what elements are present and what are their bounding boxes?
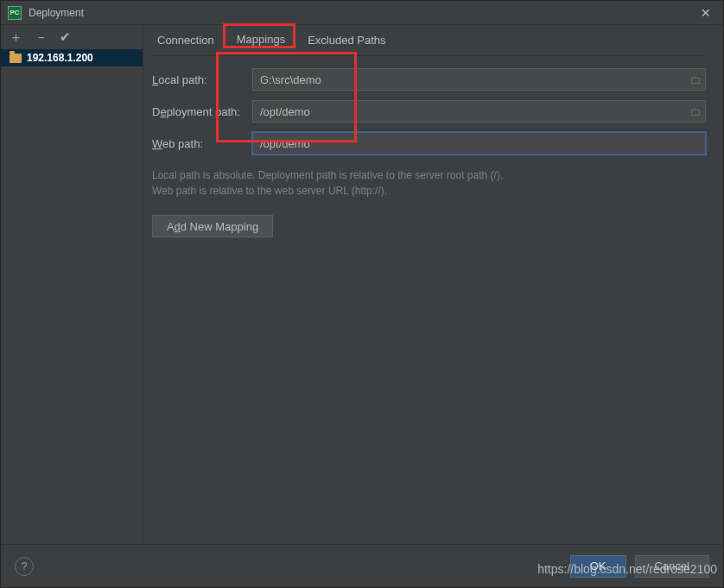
local-path-row: Local path: 🗀 xyxy=(152,68,706,91)
local-path-input[interactable] xyxy=(252,68,706,91)
deployment-path-input[interactable] xyxy=(252,100,706,123)
tab-excluded-paths[interactable]: Excluded Paths xyxy=(306,27,387,54)
sidebar: ＋ － ✔ 192.168.1.200 xyxy=(1,25,143,544)
server-name: 192.168.1.200 xyxy=(27,52,93,64)
close-icon[interactable]: ✕ xyxy=(695,6,716,20)
help-text: Local path is absolute. Deployment path … xyxy=(152,168,706,199)
help-icon[interactable]: ? xyxy=(15,557,34,576)
dialog-body: ＋ － ✔ 192.168.1.200 Connection Mappings … xyxy=(1,25,723,544)
help-line-1: Local path is absolute. Deployment path … xyxy=(152,168,706,183)
mappings-form: Local path: 🗀 Deployment path: 🗀 Web pat… xyxy=(152,56,706,237)
app-icon: PC xyxy=(8,6,22,20)
tab-connection[interactable]: Connection xyxy=(156,27,216,54)
titlebar: PC Deployment ✕ xyxy=(1,1,723,25)
server-list-item[interactable]: 192.168.1.200 xyxy=(1,49,143,66)
tab-mappings[interactable]: Mappings xyxy=(235,26,287,54)
help-line-2: Web path is relative to the web server U… xyxy=(152,183,706,199)
add-new-mapping-button[interactable]: Add New Mapping xyxy=(152,215,273,237)
sftp-icon xyxy=(10,54,22,63)
deployment-dialog: PC Deployment ✕ ＋ － ✔ 192.168.1.200 Conn… xyxy=(0,0,724,588)
tab-bar: Connection Mappings Excluded Paths xyxy=(152,25,706,56)
add-icon[interactable]: ＋ xyxy=(10,29,22,46)
remove-icon[interactable]: － xyxy=(35,29,48,46)
check-icon[interactable]: ✔ xyxy=(60,29,71,45)
deployment-path-label: Deployment path: xyxy=(152,105,247,118)
main-panel: Connection Mappings Excluded Paths Local… xyxy=(143,25,723,544)
sidebar-toolbar: ＋ － ✔ xyxy=(1,25,143,49)
deployment-path-row: Deployment path: 🗀 xyxy=(152,100,706,123)
local-path-label: Local path: xyxy=(152,73,247,86)
window-title: Deployment xyxy=(29,7,695,19)
watermark: https://blog.csdn.net/redrose2100 xyxy=(537,562,717,576)
web-path-label: Web path: xyxy=(152,137,247,150)
web-path-row: Web path: xyxy=(152,132,706,155)
web-path-input[interactable] xyxy=(252,132,706,155)
